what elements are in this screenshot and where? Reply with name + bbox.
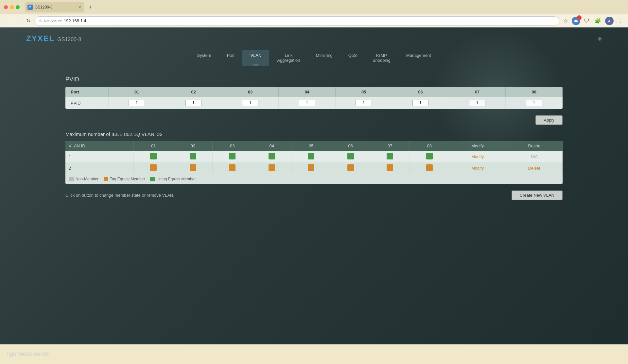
legend-tag-egress-box: [104, 177, 108, 181]
minimize-button[interactable]: [10, 5, 14, 9]
col-05: 05: [335, 87, 392, 97]
nav-item-vlan[interactable]: VLAN: [242, 50, 269, 66]
forward-button[interactable]: →: [14, 17, 22, 25]
pvid-input-05[interactable]: [356, 100, 372, 106]
port-indicator[interactable]: [308, 153, 314, 159]
pvid-table-container: Port 01 02 03 04 05 06 07 08: [65, 87, 563, 109]
bookmark-icon[interactable]: ☆: [562, 16, 569, 25]
vlan-col-01: 01: [134, 141, 173, 151]
security-label: Not Secure: [44, 19, 62, 23]
nav-item-system[interactable]: System: [189, 50, 219, 66]
vlan1-port-03: [213, 151, 252, 162]
pvid-input-01[interactable]: [129, 100, 145, 106]
vlan-col-07: 07: [370, 141, 410, 151]
vlan-max-label: Maximum number of IEEE 802.1Q VLAN: 32: [65, 131, 563, 137]
vlan-table: VLAN ID 01 02 03 04 05 06 07 08 Modify D…: [65, 141, 563, 174]
vlan-col-03: 03: [213, 141, 252, 151]
port-indicator[interactable]: [387, 164, 393, 171]
vlan-col-04: 04: [252, 141, 291, 151]
pvid-input-04[interactable]: [299, 100, 315, 106]
port-indicator[interactable]: [426, 164, 433, 171]
vlan2-port-02: [173, 162, 213, 174]
close-button[interactable]: [4, 5, 8, 9]
nav-item-igmp-snooping[interactable]: IGMPSnooping: [365, 50, 398, 66]
vlan-row-1: 1 Modify N/A: [65, 151, 563, 162]
profile-badge[interactable]: 46: [572, 17, 580, 25]
nav-bar: System Port VLAN LinkAggregation Mirrori…: [0, 50, 628, 66]
extensions-icon[interactable]: 🧩: [593, 16, 602, 25]
port-indicator[interactable]: [426, 153, 433, 159]
port-indicator[interactable]: [387, 153, 393, 159]
col-01: 01: [108, 87, 165, 97]
nav-item-port[interactable]: Port: [219, 50, 243, 66]
active-tab[interactable]: Z GS1200-8 ×: [25, 2, 84, 12]
nav-item-link-aggregation[interactable]: LinkAggregation: [269, 50, 308, 66]
port-indicator[interactable]: [229, 164, 236, 171]
port-indicator[interactable]: [269, 153, 275, 159]
security-icon: ⚠: [39, 19, 42, 23]
vlan-legend: Non-Member Tag Egress Member Untag Egres…: [65, 174, 563, 184]
create-new-vlan-button[interactable]: Create New VLAN: [512, 190, 563, 200]
browser-titlebar: Z GS1200-8 × +: [0, 0, 628, 14]
pvid-label: PVID: [65, 97, 108, 109]
col-08: 08: [506, 87, 563, 97]
brand-name: ZYXEL: [26, 34, 55, 43]
pvid-table: Port 01 02 03 04 05 06 07 08: [65, 87, 563, 109]
vlan2-port-01: [134, 162, 173, 174]
legend-non-member-box: [69, 177, 74, 181]
pvid-input-06[interactable]: [412, 100, 429, 106]
vlan2-port-06: [331, 162, 370, 174]
footer-watermark: ngonboxe.com©: [7, 351, 49, 357]
port-indicator[interactable]: [150, 164, 157, 171]
avatar[interactable]: A: [605, 17, 614, 25]
vlan1-port-08: [410, 151, 449, 162]
vlan2-modify-link[interactable]: Modify: [471, 166, 484, 171]
vlan2-port-05: [291, 162, 331, 174]
pvid-port-02: [165, 97, 222, 109]
address-bar[interactable]: ⚠ Not Secure 192.168.1.4: [34, 16, 559, 25]
vlan2-delete: Delete: [506, 162, 562, 174]
vlan2-port-04: [252, 162, 291, 174]
pvid-port-05: [335, 97, 392, 109]
maximize-button[interactable]: [16, 5, 20, 9]
port-indicator[interactable]: [190, 164, 196, 171]
port-indicator[interactable]: [150, 153, 157, 159]
new-tab-button[interactable]: +: [89, 4, 93, 11]
port-indicator[interactable]: [308, 164, 314, 171]
pvid-input-07[interactable]: [469, 100, 485, 106]
port-indicator[interactable]: [269, 164, 275, 171]
port-indicator[interactable]: [229, 153, 236, 159]
shield-icon[interactable]: 🛡: [583, 17, 591, 25]
traffic-lights: [4, 5, 20, 9]
back-button[interactable]: ←: [4, 17, 12, 25]
nav-item-mirroring[interactable]: Mirroring: [308, 50, 340, 66]
vlan1-delete-na: N/A: [531, 154, 538, 159]
nav-item-qos[interactable]: QoS: [340, 50, 365, 66]
vlan2-port-03: [213, 162, 252, 174]
pvid-input-08[interactable]: [526, 100, 542, 106]
logout-icon[interactable]: ⎆: [598, 35, 602, 42]
pvid-port-03: [222, 97, 279, 109]
nav-item-management[interactable]: Management: [398, 50, 439, 66]
hint-text: Click on button to change member state o…: [65, 193, 174, 198]
legend-untag-egress-box: [150, 177, 155, 181]
notification-badge: [577, 15, 582, 20]
tab-close-icon[interactable]: ×: [78, 5, 81, 10]
pvid-header-row: Port 01 02 03 04 05 06 07 08: [65, 87, 563, 97]
vlan1-port-05: [291, 151, 331, 162]
brand: ZYXEL GS1200-8: [26, 34, 81, 43]
vlan2-modify: Modify: [449, 162, 506, 174]
port-indicator[interactable]: [347, 164, 354, 171]
pvid-input-02[interactable]: [185, 100, 202, 106]
vlan2-port-07: [370, 162, 410, 174]
content-area: PVID Port 01 02 03 04 05 06 07 08: [0, 76, 628, 200]
pvid-input-03[interactable]: [242, 100, 258, 106]
menu-icon[interactable]: ⋮: [616, 16, 624, 25]
port-indicator[interactable]: [347, 153, 354, 159]
vlan2-delete-link[interactable]: Delete: [528, 166, 541, 171]
refresh-button[interactable]: ↻: [25, 16, 32, 25]
vlan1-modify-link[interactable]: Modify: [471, 154, 484, 159]
port-indicator[interactable]: [190, 153, 196, 159]
apply-button[interactable]: Apply: [535, 115, 563, 125]
vlan1-modify: Modify: [449, 151, 506, 162]
